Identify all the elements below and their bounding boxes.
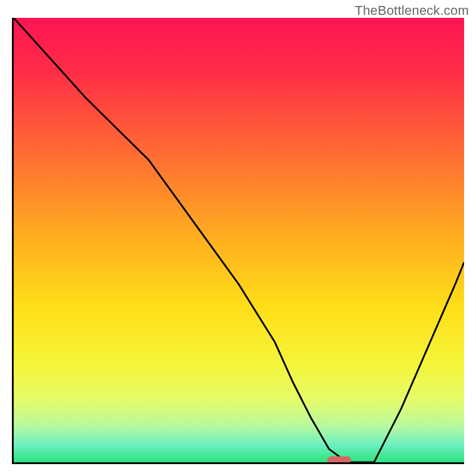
plot-area xyxy=(12,18,464,464)
optimal-marker xyxy=(327,456,351,464)
chart-container: TheBottleneck.com xyxy=(0,0,476,476)
watermark-label: TheBottleneck.com xyxy=(355,3,469,18)
curve-layer xyxy=(14,18,464,462)
bottleneck-curve-path xyxy=(14,18,464,462)
